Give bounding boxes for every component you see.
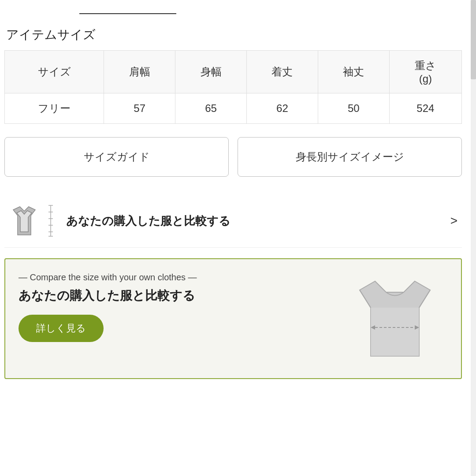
compare-row[interactable]: あなたの購入した服と比較する >	[4, 194, 462, 248]
header-size: サイズ	[5, 51, 104, 93]
green-banner: — Compare the size with your own clothes…	[4, 258, 462, 379]
main-content: アイテムサイズ サイズ 肩幅 身幅 着丈 袖丈 重さ(g) フリー 57 65 …	[0, 0, 471, 379]
banner-image-col	[338, 272, 452, 365]
cell-size: フリー	[5, 93, 104, 124]
cell-weight: 524	[389, 93, 461, 124]
header-shoulder: 肩幅	[104, 51, 175, 93]
page-wrapper: アイテムサイズ サイズ 肩幅 身幅 着丈 袖丈 重さ(g) フリー 57 65 …	[0, 0, 476, 476]
compare-icon-wrapper	[9, 203, 57, 238]
table-row: フリー 57 65 62 50 524	[5, 93, 462, 124]
header-sleeve: 袖丈	[318, 51, 389, 93]
height-size-button[interactable]: 身長別サイズイメージ	[238, 137, 462, 177]
cell-body-width: 65	[175, 93, 247, 124]
button-row: サイズガイド 身長別サイズイメージ	[4, 137, 462, 177]
header-length: 着丈	[246, 51, 318, 93]
svg-rect-10	[371, 308, 419, 356]
banner-text-col: — Compare the size with your own clothes…	[19, 272, 338, 342]
cell-length: 62	[246, 93, 318, 124]
scrollbar-thumb[interactable]	[471, 0, 476, 79]
banner-button[interactable]: 詳しく見る	[19, 315, 104, 342]
banner-title: あなたの購入した服と比較する	[19, 287, 329, 304]
size-table: サイズ 肩幅 身幅 着丈 袖丈 重さ(g) フリー 57 65 62 50 52…	[4, 50, 462, 124]
compare-text: あなたの購入した服と比較する	[66, 213, 446, 229]
cell-sleeve: 50	[318, 93, 389, 124]
compare-tshirt-icon	[9, 203, 57, 238]
cell-shoulder: 57	[104, 93, 175, 124]
size-guide-button[interactable]: サイズガイド	[4, 137, 229, 177]
scrollbar-track[interactable]	[471, 0, 476, 476]
header-body-width: 身幅	[175, 51, 247, 93]
section-title: アイテムサイズ	[4, 26, 462, 43]
table-header-row: サイズ 肩幅 身幅 着丈 袖丈 重さ(g)	[5, 51, 462, 93]
header-weight: 重さ(g)	[389, 51, 461, 93]
banner-subtitle: — Compare the size with your own clothes…	[19, 272, 329, 283]
banner-tshirt-icon	[342, 272, 448, 365]
compare-arrow-icon: >	[450, 214, 457, 228]
